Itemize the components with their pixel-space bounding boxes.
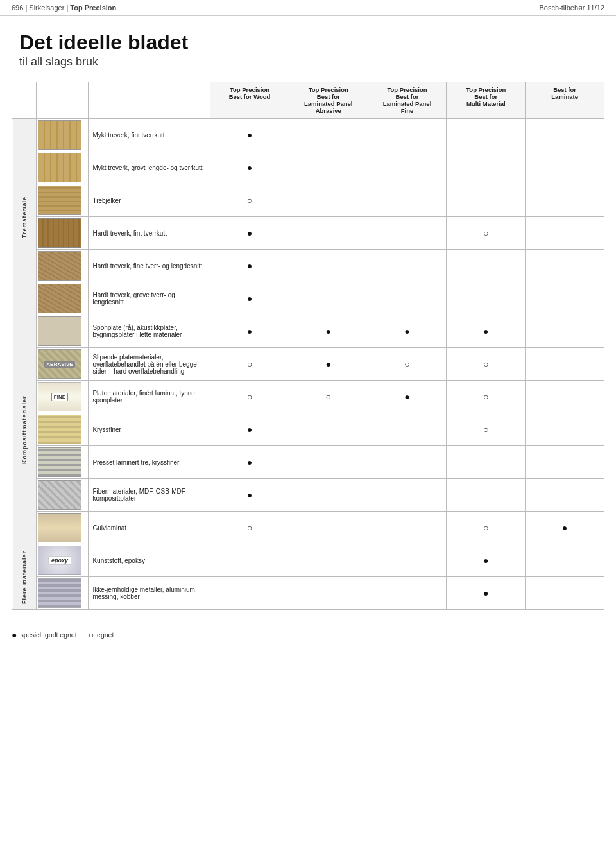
cell-col2 <box>368 184 447 217</box>
cell-col0: ○ <box>210 348 289 381</box>
cell-col2 <box>368 282 447 315</box>
cell-col4 <box>526 315 604 348</box>
table-row: Kryssfiner●○ <box>12 413 604 446</box>
cell-col4 <box>526 479 604 512</box>
cell-col0: ● <box>210 446 289 479</box>
cell-col3 <box>447 446 526 479</box>
filled-symbol: ● <box>247 130 252 140</box>
header-bar: 696 | Sirkelsager | Top Precision Bosch-… <box>0 0 616 16</box>
table-row: Hardt treverk, grove tverr- og lengdesni… <box>12 282 604 315</box>
cell-col3 <box>447 250 526 282</box>
legend-filled-label: spesielt godt egnet <box>20 631 76 639</box>
open-symbol: ○ <box>483 392 488 402</box>
cell-col0: ● <box>210 282 289 315</box>
material-texture <box>38 578 81 608</box>
filled-symbol: ● <box>562 522 567 533</box>
filled-symbol: ● <box>483 588 488 598</box>
cell-col2 <box>368 119 447 151</box>
table-row: TrematerialeMykt treverk, fint tverrkutt… <box>12 119 604 151</box>
header-left: 696 | Sirkelsager | Top Precision <box>12 4 116 12</box>
cell-col1 <box>289 217 368 250</box>
col-header-multi: Top PrecisionBest forMulti Material <box>447 82 526 119</box>
cell-col2: ● <box>368 315 447 348</box>
cat-header <box>12 82 37 119</box>
open-symbol: ○ <box>483 424 488 435</box>
cell-col4 <box>526 544 604 577</box>
material-image <box>36 184 88 217</box>
cell-col3 <box>447 151 526 184</box>
cell-col4 <box>526 348 604 381</box>
filled-symbol: ● <box>247 490 252 500</box>
material-texture <box>38 284 81 313</box>
cell-col4 <box>526 446 604 479</box>
cell-col2 <box>368 446 447 479</box>
cell-col4 <box>526 151 604 184</box>
material-texture <box>38 153 81 182</box>
filled-symbol: ● <box>247 457 252 467</box>
badge-abrasive: ABRASIVE <box>44 361 74 368</box>
cell-col1 <box>289 119 368 151</box>
cell-col0: ● <box>210 413 289 446</box>
material-image <box>36 413 88 446</box>
cell-col0: ● <box>210 479 289 512</box>
img-header <box>36 82 88 119</box>
cell-col3: ● <box>447 315 526 348</box>
material-image <box>36 217 88 250</box>
material-texture <box>38 415 81 444</box>
open-symbol: ○ <box>247 195 252 205</box>
cell-col4 <box>526 381 604 413</box>
material-texture <box>38 316 81 346</box>
cell-col1 <box>289 413 368 446</box>
page-title: Det ideelle bladet <box>19 31 597 54</box>
filled-symbol: ● <box>247 162 252 173</box>
legend-filled: ● spesielt godt egnet <box>12 630 77 640</box>
cell-col0: ● <box>210 250 289 282</box>
col-header-lam-fine: Top PrecisionBest forLaminated PanelFine <box>368 82 447 119</box>
row-label: Platematerialer, finért laminat, tynne s… <box>89 381 210 413</box>
cell-col2: ○ <box>368 348 447 381</box>
cell-col2 <box>368 151 447 184</box>
cell-col1 <box>289 479 368 512</box>
badge-epoxy: epoxy <box>48 556 71 565</box>
cell-col3 <box>447 282 526 315</box>
row-label: Trebjelker <box>89 184 210 217</box>
cell-col0: ○ <box>210 381 289 413</box>
cell-col1 <box>289 151 368 184</box>
cell-col2 <box>368 250 447 282</box>
legend-open-symbol: ○ <box>89 630 94 640</box>
material-image <box>36 151 88 184</box>
open-symbol: ○ <box>483 228 488 238</box>
material-image <box>36 315 88 348</box>
cell-col1 <box>289 446 368 479</box>
open-symbol: ○ <box>247 522 252 533</box>
filled-symbol: ● <box>404 326 409 336</box>
cell-col3: ● <box>447 544 526 577</box>
row-label: Hardt treverk, grove tverr- og lengdesni… <box>89 282 210 315</box>
row-label: Gulvlaminat <box>89 512 210 544</box>
cell-col0: ● <box>210 151 289 184</box>
cell-col1 <box>289 282 368 315</box>
row-label: Presset laminert tre, kryssfiner <box>89 446 210 479</box>
table-row: Hardt treverk, fint tverrkutt●○ <box>12 217 604 250</box>
table-row: Gulvlaminat○○● <box>12 512 604 544</box>
filled-symbol: ● <box>404 392 409 402</box>
table-row: Fibermaterialer, MDF, OSB-MDF-komposittp… <box>12 479 604 512</box>
cell-col1: ● <box>289 348 368 381</box>
open-symbol: ○ <box>247 392 252 402</box>
cell-col4: ● <box>526 512 604 544</box>
col-header-laminate: Best forLaminate <box>526 82 604 119</box>
cell-col4 <box>526 119 604 151</box>
material-image <box>36 577 88 610</box>
cell-col0 <box>210 577 289 610</box>
filled-symbol: ● <box>247 261 252 271</box>
cell-col4 <box>526 184 604 217</box>
cell-col1: ● <box>289 315 368 348</box>
col-header-lam-abr: Top PrecisionBest forLaminated PanelAbra… <box>289 82 368 119</box>
material-texture: FINE <box>38 382 81 411</box>
material-image <box>36 119 88 151</box>
material-image <box>36 479 88 512</box>
legend-filled-symbol: ● <box>12 630 17 640</box>
cell-col2 <box>368 512 447 544</box>
category-label-kompositt: Komposittmaterialer <box>12 315 37 544</box>
cell-col4 <box>526 250 604 282</box>
